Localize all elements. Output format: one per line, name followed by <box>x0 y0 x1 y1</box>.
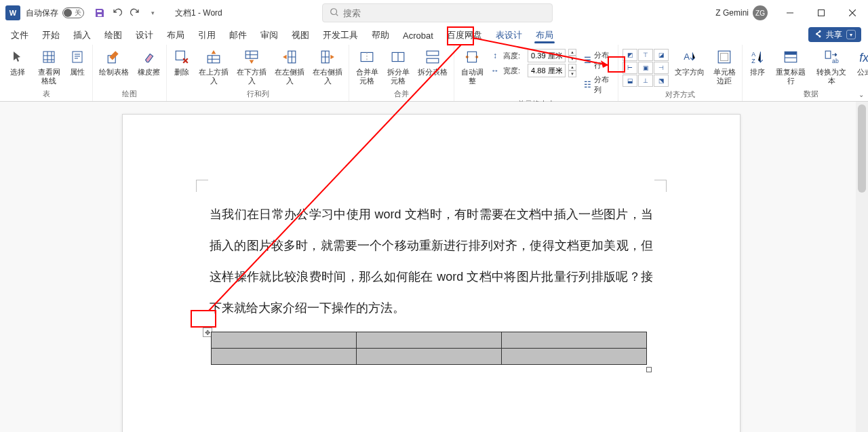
tab-table-design[interactable]: 表设计 <box>489 26 529 45</box>
split-cells-button[interactable]: 拆分单元格 <box>383 46 413 87</box>
ribbon: 选择 查看网格线 属性 表 绘制表格 橡皮擦 绘图 <box>0 45 868 102</box>
tab-layout[interactable]: 布局 <box>160 26 191 45</box>
width-spinner[interactable]: ▲▼ <box>568 64 576 77</box>
align-middle-center[interactable]: ▣ <box>638 62 653 74</box>
distribute-cols-button[interactable]: ☷ 分布列 <box>580 73 614 96</box>
tab-baidu[interactable]: 百度网盘 <box>440 26 489 45</box>
qa-customize-icon[interactable]: ▾ <box>144 4 161 22</box>
svg-point-0 <box>331 8 337 14</box>
tab-insert[interactable]: 插入 <box>66 26 98 45</box>
align-middle-left[interactable]: ⊢ <box>623 62 637 74</box>
height-icon: ↕ <box>490 50 500 61</box>
gridlines-button[interactable]: 查看网格线 <box>34 46 64 87</box>
align-bottom-right[interactable]: ⬔ <box>654 75 669 87</box>
convert-text-button[interactable]: abc 转换为文本 <box>812 46 851 87</box>
avatar[interactable]: ZG <box>753 5 768 20</box>
width-input[interactable] <box>528 64 566 77</box>
tab-review[interactable]: 审阅 <box>254 26 285 45</box>
title-bar: W 自动保存 关 ▾ 文档1 - Word Z Gemini ZG <box>0 0 868 26</box>
svg-rect-20 <box>785 52 797 54</box>
document-title: 文档1 - Word <box>175 7 222 19</box>
split-table-button[interactable]: 拆分表格 <box>414 46 451 78</box>
collapse-ribbon-icon[interactable]: ⌄ <box>859 91 864 98</box>
table-resize-handle[interactable] <box>646 367 652 372</box>
document-table[interactable] <box>211 332 647 365</box>
tab-help[interactable]: 帮助 <box>365 26 396 45</box>
svg-rect-22 <box>825 51 831 58</box>
height-input[interactable] <box>528 49 566 62</box>
tab-acrobat[interactable]: Acrobat <box>396 26 440 45</box>
repeat-header-icon <box>781 47 800 66</box>
autosave-label: 自动保存 <box>26 7 58 19</box>
autosave-toggle[interactable]: 自动保存 关 <box>26 7 84 19</box>
search-box[interactable] <box>322 3 553 22</box>
tab-home[interactable]: 开始 <box>35 26 66 45</box>
ribbon-tabs: 文件 开始 插入 绘图 设计 布局 引用 邮件 审阅 视图 开发工具 帮助 Ac… <box>0 26 868 45</box>
repeat-header-button[interactable]: 重复标题行 <box>771 46 810 87</box>
height-label: 高度: <box>503 51 525 61</box>
formula-icon: fx <box>855 47 868 66</box>
svg-rect-16 <box>718 51 730 63</box>
svg-rect-17 <box>721 54 728 61</box>
tab-table-layout[interactable]: 布局 <box>529 26 560 45</box>
scroll-thumb[interactable] <box>858 104 866 193</box>
margin-mark-tl <box>196 180 208 192</box>
search-icon <box>330 7 339 19</box>
share-dropdown-icon[interactable]: ▾ <box>846 30 856 39</box>
maximize-button[interactable] <box>806 0 837 26</box>
insert-above-icon <box>204 47 223 66</box>
tab-mailings[interactable]: 邮件 <box>222 26 254 45</box>
save-icon[interactable] <box>91 4 108 22</box>
draw-table-button[interactable]: 绘制表格 <box>96 46 132 78</box>
page[interactable]: 当我们在日常办公学习中使用 word 文档时，有时需要在文档中插入一些图片，当插… <box>122 114 741 432</box>
document-area[interactable]: 当我们在日常办公学习中使用 word 文档时，有时需要在文档中插入一些图片，当插… <box>0 102 856 432</box>
vertical-scrollbar[interactable] <box>856 102 868 432</box>
align-middle-right[interactable]: ⊣ <box>654 62 669 74</box>
svg-text:fx: fx <box>859 51 868 64</box>
autofit-icon <box>462 47 481 66</box>
properties-button[interactable]: 属性 <box>65 46 90 78</box>
formula-button[interactable]: fx 公式 <box>852 46 868 78</box>
text-direction-button[interactable]: A 文字方向 <box>671 46 708 78</box>
tab-draw[interactable]: 绘图 <box>98 26 129 45</box>
toggle-switch[interactable]: 关 <box>62 7 84 18</box>
eraser-button[interactable]: 橡皮擦 <box>134 46 163 78</box>
search-input[interactable] <box>343 8 545 18</box>
insert-below-button[interactable]: 在下方插入 <box>233 46 270 87</box>
tab-file[interactable]: 文件 <box>4 26 35 45</box>
svg-rect-2 <box>43 52 54 62</box>
merge-icon <box>357 47 376 66</box>
sort-button[interactable]: AZ 排序 <box>745 46 770 78</box>
group-align: ◩ ⊤ ◪ ⊢ ▣ ⊣ ⬓ ⊥ ⬔ A 文字方向 单元格边距 对齐方式 <box>618 45 743 101</box>
align-top-right[interactable]: ◪ <box>654 49 669 61</box>
tab-view[interactable]: 视图 <box>285 26 316 45</box>
table-row[interactable] <box>212 332 647 349</box>
minimize-button[interactable] <box>774 0 806 26</box>
align-top-center[interactable]: ⊤ <box>638 49 653 61</box>
insert-above-button[interactable]: 在上方插入 <box>195 46 232 87</box>
cell-margins-button[interactable]: 单元格边距 <box>709 46 739 87</box>
tab-references[interactable]: 引用 <box>191 26 222 45</box>
insert-left-button[interactable]: 在左侧插入 <box>271 46 308 87</box>
align-top-left[interactable]: ◩ <box>623 49 637 61</box>
select-button[interactable]: 选择 <box>3 46 33 78</box>
align-bottom-center[interactable]: ⊥ <box>638 75 653 87</box>
undo-icon[interactable] <box>108 4 126 22</box>
tab-developer[interactable]: 开发工具 <box>316 26 365 45</box>
group-data-label: 数据 <box>745 89 868 101</box>
share-button[interactable]: 共享 ▾ <box>808 27 861 42</box>
body-paragraph[interactable]: 当我们在日常办公学习中使用 word 文档时，有时需要在文档中插入一些图片，当插… <box>210 199 653 323</box>
table-row[interactable] <box>212 349 647 365</box>
close-button[interactable] <box>837 0 868 26</box>
autofit-button[interactable]: 自动调整 <box>457 46 487 87</box>
redo-icon[interactable] <box>126 4 144 22</box>
height-spinner[interactable]: ▲▼ <box>568 49 576 62</box>
text-direction-icon: A <box>680 47 699 66</box>
merge-cells-button[interactable]: 合并单元格 <box>352 46 382 87</box>
insert-right-button[interactable]: 在右侧插入 <box>309 46 346 87</box>
delete-button[interactable]: 删除 <box>170 46 194 78</box>
user-name[interactable]: Z Gemini <box>715 8 749 18</box>
distribute-rows-button[interactable]: ☰ 分布行 <box>580 49 614 72</box>
align-bottom-left[interactable]: ⬓ <box>623 75 637 87</box>
tab-design[interactable]: 设计 <box>129 26 160 45</box>
